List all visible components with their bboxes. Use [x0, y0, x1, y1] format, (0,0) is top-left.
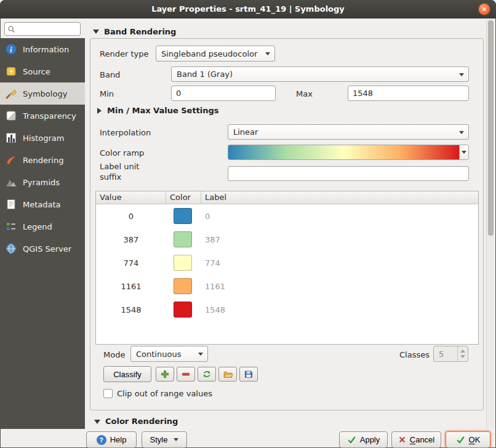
table-row[interactable]: 0 0 [96, 204, 478, 228]
sidebar-item-legend[interactable]: Legend [0, 215, 85, 238]
row-label[interactable]: 1161 [201, 282, 478, 291]
style-menu-button[interactable]: Style [142, 431, 187, 448]
classify-button[interactable]: Classify [103, 366, 151, 382]
symbology-icon [5, 87, 17, 100]
sidebar-search[interactable] [4, 22, 81, 36]
row-value[interactable]: 0 [96, 212, 166, 221]
band-label: Band [100, 70, 120, 79]
mode-combo[interactable]: Continuous [130, 346, 208, 362]
color-swatch[interactable] [174, 231, 192, 247]
clip-range-checkbox[interactable] [103, 389, 113, 398]
table-row[interactable]: 387 387 [96, 228, 478, 251]
max-input[interactable] [348, 86, 469, 101]
render-type-label: Render type [100, 49, 148, 58]
minmax-settings-collapse-icon[interactable] [97, 108, 102, 114]
color-rendering-collapse-icon[interactable] [94, 420, 100, 424]
sidebar-item-information[interactable]: i Information [0, 38, 85, 60]
row-value[interactable]: 774 [96, 258, 166, 268]
render-type-combo[interactable]: Singleband pseudocolor [156, 46, 275, 62]
mode-label: Mode [103, 350, 125, 359]
sidebar-item-label: Symbology [23, 89, 67, 98]
close-button[interactable]: ✕ [478, 3, 490, 15]
row-value[interactable]: 387 [96, 235, 166, 244]
sidebar-item-label: Metadata [23, 200, 61, 209]
remove-value-button[interactable] [177, 367, 195, 382]
min-input[interactable] [171, 86, 276, 101]
window-title: Layer Properties - srtm_41_19 | Symbolog… [151, 4, 345, 14]
titlebar[interactable]: Layer Properties - srtm_41_19 | Symbolog… [0, 0, 496, 18]
band-combo[interactable]: Band 1 (Gray) [171, 66, 469, 82]
interpolation-combo[interactable]: Linear [228, 124, 469, 140]
row-color-cell [166, 302, 201, 318]
sidebar-item-pyramids[interactable]: Pyramids [0, 171, 85, 193]
search-input[interactable] [18, 25, 73, 34]
row-label[interactable]: 387 [201, 235, 478, 244]
row-label[interactable]: 1548 [201, 305, 478, 314]
check-icon [456, 435, 465, 444]
table-row[interactable]: 1548 1548 [96, 298, 478, 321]
scrollbar-thumb[interactable] [488, 20, 494, 236]
plus-icon [160, 369, 170, 379]
clip-range-label[interactable]: Clip out of range values [117, 389, 212, 398]
ok-button[interactable]: OK [446, 431, 490, 448]
interpolation-value: Linear [233, 127, 258, 137]
color-swatch[interactable] [174, 208, 192, 224]
apply-button[interactable]: Apply [339, 431, 388, 448]
row-value[interactable]: 1548 [96, 305, 166, 314]
row-label[interactable]: 774 [201, 258, 478, 268]
sidebar-item-label: QGIS Server [23, 244, 71, 254]
legend-icon [5, 220, 17, 233]
color-swatch[interactable] [174, 302, 192, 318]
add-value-button[interactable] [156, 367, 174, 382]
column-header-color: Color [166, 191, 201, 204]
sidebar-item-source[interactable]: Source [0, 60, 85, 82]
refresh-arrows-icon [202, 369, 212, 379]
cancel-button[interactable]: Cancel [391, 431, 441, 448]
band-rendering-collapse-icon[interactable] [93, 30, 99, 34]
chevron-down-icon [459, 131, 464, 134]
spinbox-arrows [457, 346, 468, 361]
sidebar-item-label: Rendering [23, 156, 63, 165]
sidebar-item-label: Histogram [23, 134, 64, 143]
apply-label: Apply [360, 435, 380, 444]
export-colormap-button[interactable] [239, 367, 258, 382]
sidebar-item-histogram[interactable]: Histogram [0, 127, 85, 149]
sidebar-item-metadata[interactable]: Metadata [0, 193, 85, 215]
load-colormap-from-band-button[interactable] [198, 367, 216, 382]
sidebar-item-label: Source [23, 67, 50, 76]
label-unit-suffix-input[interactable] [228, 166, 469, 181]
source-icon [5, 65, 17, 78]
minmax-settings-title[interactable]: Min / Max Value Settings [107, 106, 219, 115]
row-color-cell [166, 278, 201, 294]
sidebar-item-label: Transparency [23, 111, 76, 121]
sidebar-item-symbology[interactable]: Symbology [0, 82, 85, 105]
check-icon [347, 435, 356, 444]
chevron-down-icon [265, 52, 270, 55]
help-button[interactable]: ? Help [86, 431, 137, 448]
color-ramp-menu-button[interactable] [459, 145, 468, 159]
load-colormap-file-button[interactable] [218, 367, 237, 382]
table-row[interactable]: 1161 1161 [96, 274, 478, 298]
sidebar-item-rendering[interactable]: Rendering [0, 149, 85, 171]
x-icon [398, 436, 406, 444]
folder-icon [223, 369, 233, 379]
info-icon: i [5, 43, 17, 55]
chevron-down-icon [174, 438, 178, 441]
help-icon: ? [97, 435, 106, 445]
vertical-scrollbar[interactable] [486, 19, 494, 429]
column-header-label: Label [201, 191, 478, 204]
ok-label: OK [469, 435, 481, 444]
table-row[interactable]: 774 774 [96, 251, 478, 274]
sidebar-item-transparency[interactable]: Transparency [0, 105, 85, 127]
color-ramp-button[interactable] [228, 145, 469, 160]
metadata-icon [5, 198, 17, 210]
band-rendering-title[interactable]: Band Rendering [104, 27, 176, 36]
color-rendering-title[interactable]: Color Rendering [105, 417, 178, 426]
sidebar-item-qgis-server[interactable]: QGIS Server [0, 238, 85, 260]
row-label[interactable]: 0 [201, 212, 478, 221]
row-value[interactable]: 1161 [96, 282, 166, 291]
interpolation-label: Interpolation [100, 128, 151, 137]
row-color-cell [166, 208, 201, 224]
color-swatch[interactable] [174, 278, 192, 294]
color-swatch[interactable] [174, 255, 192, 271]
